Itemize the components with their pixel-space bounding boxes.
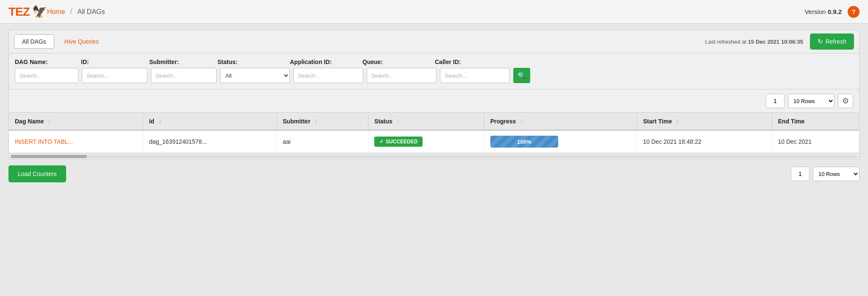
settings-button[interactable]: ⚙ <box>838 94 853 108</box>
refresh-button[interactable]: ↻ Refresh <box>810 34 854 50</box>
col-progress[interactable]: Progress ⋮ <box>484 113 637 130</box>
filter-app-id-group: Application ID: <box>290 59 360 65</box>
filter-caller-id-group: Caller ID: <box>435 59 505 65</box>
tabs-row: All DAGs Hive Queries Last refreshed at … <box>8 30 860 53</box>
cell-submitter: aai <box>277 130 368 153</box>
dag-name-link[interactable]: INSERT INTO TABL... <box>15 138 73 145</box>
rows-select-bottom[interactable]: 10 Rows 5 Rows 25 Rows 50 Rows 100 Rows <box>813 167 860 181</box>
filter-dag-name-group: DAG Name: <box>15 59 78 65</box>
caller-id-label: Caller ID: <box>435 59 505 65</box>
refresh-icon: ↻ <box>818 38 823 45</box>
nav-separator: / <box>70 7 72 16</box>
nav-current-page: All DAGs <box>78 8 105 16</box>
id-label: ID: <box>81 59 147 65</box>
app-id-label: Application ID: <box>290 59 360 65</box>
help-icon[interactable]: ? <box>848 6 860 18</box>
cell-id: dag_163912401578... <box>143 130 276 153</box>
col-id[interactable]: Id ⋮ <box>143 113 276 130</box>
filter-inputs-row: All RUNNING SUCCEEDED FAILED KILLED 🔍 <box>15 68 853 83</box>
progress-bar: 100% <box>490 136 558 148</box>
submitter-input[interactable] <box>151 68 217 83</box>
cell-dag-name: INSERT INTO TABL... <box>9 130 143 153</box>
cell-start-time: 10 Dec 2021 18:48:22 <box>637 130 772 153</box>
filter-queue-group: Queue: <box>362 59 432 65</box>
search-icon: 🔍 <box>517 72 526 80</box>
filter-id-group: ID: <box>81 59 147 65</box>
submitter-label: Submitter: <box>149 59 215 65</box>
filter-section: DAG Name: ID: Submitter: Status: Applica… <box>8 53 860 89</box>
pagination-top-row: 10 Rows 5 Rows 25 Rows 50 Rows 100 Rows … <box>8 89 860 113</box>
progress-text: 100% <box>517 139 531 145</box>
cell-progress: 100% <box>484 130 637 153</box>
scrollbar-thumb <box>11 155 87 158</box>
bottom-row: Load Counters 10 Rows 5 Rows 25 Rows 50 … <box>8 159 860 188</box>
table-row: INSERT INTO TABL... dag_163912401578... … <box>9 130 859 153</box>
main-content: All DAGs Hive Queries Last refreshed at … <box>0 24 868 194</box>
status-label: Status: <box>217 59 287 65</box>
nav-right: Version 0.9.2 ? <box>804 6 860 18</box>
col-dag-name[interactable]: Dag Name ⋮ <box>9 113 143 130</box>
dag-name-input[interactable] <box>15 68 78 83</box>
col-end-time[interactable]: End Time <box>772 113 859 130</box>
filter-status-group: Status: <box>217 59 287 65</box>
last-refreshed-label: Last refreshed at 15 Dec 2021 10:06:35 <box>705 39 803 45</box>
cell-status: ✓ SUCCEEDED <box>368 130 484 153</box>
queue-label: Queue: <box>362 59 432 65</box>
col-start-time[interactable]: Start Time ⋮ <box>637 113 772 130</box>
logo-text: TEZ <box>8 5 30 19</box>
tab-all-dags[interactable]: All DAGs <box>14 34 54 49</box>
table-header-row: Dag Name ⋮ Id ⋮ Submitter ⋮ Status ⋮ <box>9 113 859 130</box>
logo-area: TEZ 🦅 <box>8 5 47 19</box>
search-button[interactable]: 🔍 <box>513 68 530 83</box>
cell-end-time: 10 Dec 2021 <box>772 130 859 153</box>
col-sep-6: ⋮ <box>675 119 680 124</box>
status-badge: ✓ SUCCEEDED <box>374 137 423 147</box>
col-status[interactable]: Status ⋮ <box>368 113 484 130</box>
rows-select-top[interactable]: 10 Rows 5 Rows 25 Rows 50 Rows 100 Rows <box>788 94 835 108</box>
pagination-bottom: 10 Rows 5 Rows 25 Rows 50 Rows 100 Rows <box>791 167 860 181</box>
queue-input[interactable] <box>367 68 437 83</box>
tab-hive-queries[interactable]: Hive Queries <box>57 35 106 48</box>
col-sep-1: ⋮ <box>47 119 52 124</box>
top-nav: TEZ 🦅 Home / All DAGs Version 0.9.2 ? <box>0 0 868 24</box>
nav-home-link[interactable]: Home <box>47 8 65 16</box>
gear-icon: ⚙ <box>842 96 849 106</box>
data-table: Dag Name ⋮ Id ⋮ Submitter ⋮ Status ⋮ <box>9 113 859 153</box>
col-submitter[interactable]: Submitter ⋮ <box>277 113 368 130</box>
horizontal-scrollbar[interactable] <box>8 154 860 159</box>
status-select[interactable]: All RUNNING SUCCEEDED FAILED KILLED <box>220 68 290 83</box>
col-sep-5: ⋮ <box>519 119 524 124</box>
col-sep-3: ⋮ <box>314 119 318 124</box>
dag-name-label: DAG Name: <box>15 59 78 65</box>
check-icon: ✓ <box>379 139 384 145</box>
id-input[interactable] <box>82 68 147 83</box>
col-sep-2: ⋮ <box>158 119 162 124</box>
page-number-input-bottom[interactable] <box>791 167 810 181</box>
filter-submitter-group: Submitter: <box>149 59 215 65</box>
app-id-input[interactable] <box>293 68 363 83</box>
page-number-input-top[interactable] <box>766 94 785 108</box>
caller-id-input[interactable] <box>440 68 510 83</box>
load-counters-button[interactable]: Load Counters <box>8 165 66 182</box>
tez-icon: 🦅 <box>32 5 47 19</box>
version-label: Version 0.9.2 <box>804 8 842 15</box>
col-sep-4: ⋮ <box>396 119 401 124</box>
scrollbar-track <box>11 155 857 158</box>
data-table-wrapper: Dag Name ⋮ Id ⋮ Submitter ⋮ Status ⋮ <box>8 113 860 154</box>
